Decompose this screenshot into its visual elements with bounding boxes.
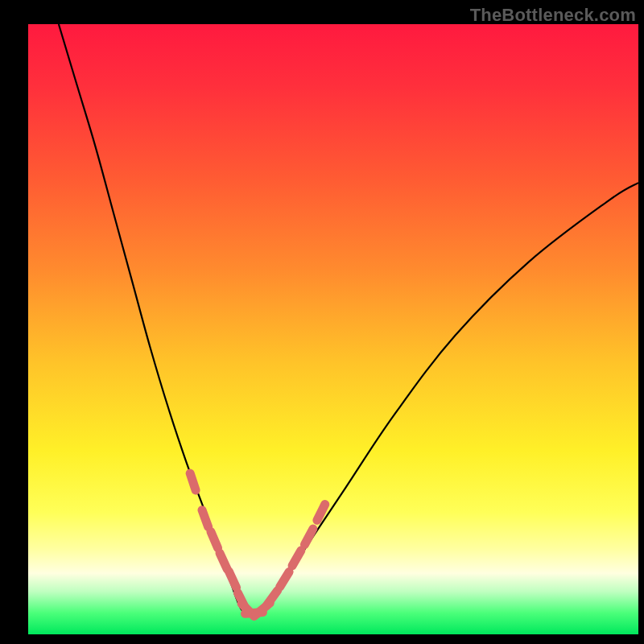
curve-marker <box>190 473 196 490</box>
gradient-background <box>28 24 638 634</box>
curve-marker <box>202 510 208 527</box>
bottleneck-chart <box>0 0 644 644</box>
watermark-text: TheBottleneck.com <box>470 5 636 26</box>
chart-frame: TheBottleneck.com <box>0 0 644 644</box>
